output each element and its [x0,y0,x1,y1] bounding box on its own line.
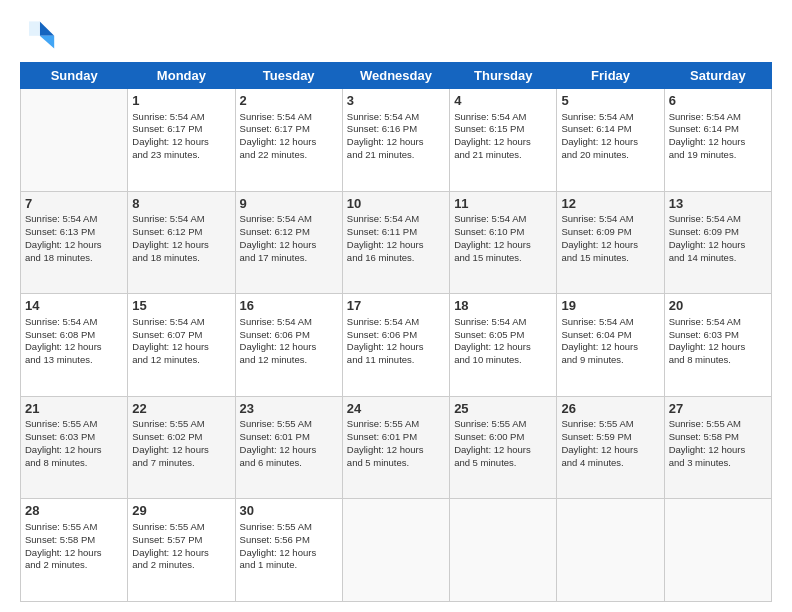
day-info-line: Sunrise: 5:55 AM [454,418,552,431]
day-info-line: and 6 minutes. [240,457,338,470]
day-info-line: Daylight: 12 hours [240,239,338,252]
day-info-line: and 11 minutes. [347,354,445,367]
day-info-line: Sunset: 6:01 PM [240,431,338,444]
day-info-line: and 16 minutes. [347,252,445,265]
day-info-line: Daylight: 12 hours [454,136,552,149]
day-info-line: and 14 minutes. [669,252,767,265]
calendar-day-cell: 19Sunrise: 5:54 AMSunset: 6:04 PMDayligh… [557,294,664,397]
day-info-line: and 17 minutes. [240,252,338,265]
day-number: 30 [240,502,338,520]
day-info-line: Sunrise: 5:55 AM [25,418,123,431]
day-number: 12 [561,195,659,213]
day-info-line: Sunrise: 5:54 AM [454,111,552,124]
day-info-line: and 8 minutes. [669,354,767,367]
calendar-week-row: 7Sunrise: 5:54 AMSunset: 6:13 PMDaylight… [21,191,772,294]
calendar-day-cell: 24Sunrise: 5:55 AMSunset: 6:01 PMDayligh… [342,396,449,499]
day-info-line: Sunrise: 5:55 AM [132,521,230,534]
day-number: 7 [25,195,123,213]
day-info-line: and 18 minutes. [132,252,230,265]
day-info-line: Sunset: 5:57 PM [132,534,230,547]
day-number: 11 [454,195,552,213]
calendar-day-cell: 30Sunrise: 5:55 AMSunset: 5:56 PMDayligh… [235,499,342,602]
day-info-line: and 15 minutes. [561,252,659,265]
day-number: 29 [132,502,230,520]
calendar-day-cell [557,499,664,602]
day-number: 21 [25,400,123,418]
day-info-line: Daylight: 12 hours [669,136,767,149]
day-info-line: Sunrise: 5:54 AM [454,213,552,226]
day-info-line: and 2 minutes. [25,559,123,572]
day-info-line: Sunrise: 5:54 AM [132,213,230,226]
day-info-line: and 10 minutes. [454,354,552,367]
day-number: 3 [347,92,445,110]
calendar-day-cell: 25Sunrise: 5:55 AMSunset: 6:00 PMDayligh… [450,396,557,499]
day-info-line: Daylight: 12 hours [454,239,552,252]
day-info-line: Sunrise: 5:54 AM [561,213,659,226]
day-info-line: Sunrise: 5:54 AM [25,213,123,226]
calendar-week-row: 14Sunrise: 5:54 AMSunset: 6:08 PMDayligh… [21,294,772,397]
day-info-line: Daylight: 12 hours [25,341,123,354]
day-info-line: Sunrise: 5:55 AM [240,521,338,534]
day-info-line: Sunset: 6:11 PM [347,226,445,239]
day-number: 6 [669,92,767,110]
day-info-line: and 1 minute. [240,559,338,572]
day-info-line: Daylight: 12 hours [454,444,552,457]
day-number: 1 [132,92,230,110]
day-info-line: and 2 minutes. [132,559,230,572]
calendar-header-row: SundayMondayTuesdayWednesdayThursdayFrid… [21,63,772,89]
day-info-line: Daylight: 12 hours [561,136,659,149]
calendar-day-cell: 11Sunrise: 5:54 AMSunset: 6:10 PMDayligh… [450,191,557,294]
day-number: 24 [347,400,445,418]
day-info-line: Sunset: 6:03 PM [669,329,767,342]
day-info-line: and 21 minutes. [454,149,552,162]
day-number: 8 [132,195,230,213]
day-info-line: and 3 minutes. [669,457,767,470]
day-number: 15 [132,297,230,315]
day-number: 16 [240,297,338,315]
day-info-line: Daylight: 12 hours [132,444,230,457]
day-info-line: Daylight: 12 hours [347,341,445,354]
logo-icon [20,16,56,52]
day-number: 17 [347,297,445,315]
calendar-header-wednesday: Wednesday [342,63,449,89]
day-info-line: and 23 minutes. [132,149,230,162]
day-info-line: Sunset: 6:06 PM [347,329,445,342]
calendar-day-cell [664,499,771,602]
day-info-line: and 21 minutes. [347,149,445,162]
day-number: 19 [561,297,659,315]
day-info-line: and 22 minutes. [240,149,338,162]
day-info-line: Sunset: 6:09 PM [561,226,659,239]
calendar-day-cell: 28Sunrise: 5:55 AMSunset: 5:58 PMDayligh… [21,499,128,602]
day-info-line: Sunset: 6:00 PM [454,431,552,444]
day-info-line: Daylight: 12 hours [132,547,230,560]
day-info-line: Daylight: 12 hours [240,341,338,354]
calendar-day-cell [450,499,557,602]
day-info-line: Sunrise: 5:54 AM [454,316,552,329]
calendar-day-cell: 20Sunrise: 5:54 AMSunset: 6:03 PMDayligh… [664,294,771,397]
calendar-table: SundayMondayTuesdayWednesdayThursdayFrid… [20,62,772,602]
day-info-line: Sunrise: 5:55 AM [561,418,659,431]
calendar-day-cell: 7Sunrise: 5:54 AMSunset: 6:13 PMDaylight… [21,191,128,294]
calendar-day-cell: 15Sunrise: 5:54 AMSunset: 6:07 PMDayligh… [128,294,235,397]
day-info-line: Daylight: 12 hours [132,136,230,149]
calendar-day-cell: 3Sunrise: 5:54 AMSunset: 6:16 PMDaylight… [342,89,449,192]
calendar-day-cell: 17Sunrise: 5:54 AMSunset: 6:06 PMDayligh… [342,294,449,397]
calendar-day-cell: 4Sunrise: 5:54 AMSunset: 6:15 PMDaylight… [450,89,557,192]
calendar-day-cell: 6Sunrise: 5:54 AMSunset: 6:14 PMDaylight… [664,89,771,192]
day-number: 10 [347,195,445,213]
day-info-line: Sunrise: 5:55 AM [132,418,230,431]
day-info-line: Sunrise: 5:54 AM [669,111,767,124]
day-info-line: Sunset: 6:14 PM [669,123,767,136]
day-number: 2 [240,92,338,110]
day-info-line: Daylight: 12 hours [561,444,659,457]
day-info-line: Sunrise: 5:54 AM [132,111,230,124]
day-info-line: and 7 minutes. [132,457,230,470]
calendar-day-cell: 27Sunrise: 5:55 AMSunset: 5:58 PMDayligh… [664,396,771,499]
calendar-day-cell: 2Sunrise: 5:54 AMSunset: 6:17 PMDaylight… [235,89,342,192]
day-info-line: and 20 minutes. [561,149,659,162]
day-number: 26 [561,400,659,418]
day-info-line: Daylight: 12 hours [240,547,338,560]
day-info-line: and 18 minutes. [25,252,123,265]
day-info-line: Sunset: 6:15 PM [454,123,552,136]
day-info-line: Daylight: 12 hours [347,444,445,457]
